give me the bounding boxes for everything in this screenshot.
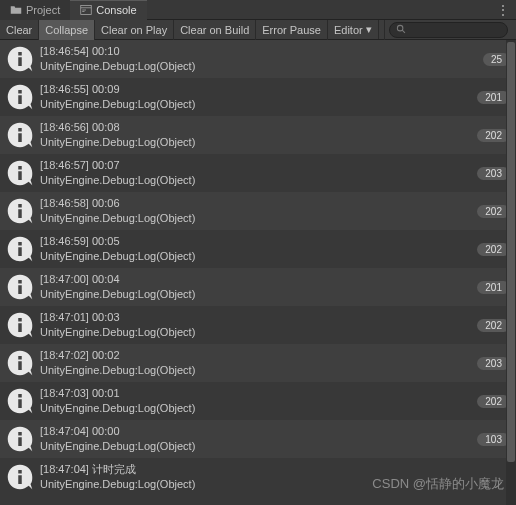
log-line1: [18:47:03] 00:01 [40, 386, 477, 401]
log-text: [18:46:54] 00:10 UnityEngine.Debug:Log(O… [40, 44, 483, 74]
scrollbar-thumb[interactable] [507, 42, 515, 462]
log-text: [18:46:55] 00:09 UnityEngine.Debug:Log(O… [40, 82, 477, 112]
info-icon [6, 45, 34, 73]
svg-rect-28 [18, 470, 22, 474]
log-line1: [18:47:01] 00:03 [40, 310, 477, 325]
info-icon [6, 159, 34, 187]
toolbar: Clear Collapse Clear on Play Clear on Bu… [0, 20, 516, 40]
log-text: [18:47:04] 00:00 UnityEngine.Debug:Log(O… [40, 424, 477, 454]
console-icon [80, 4, 92, 16]
log-line2: UnityEngine.Debug:Log(Object) [40, 97, 477, 112]
editor-dropdown-label: Editor [334, 24, 363, 36]
svg-rect-15 [18, 209, 22, 218]
svg-rect-25 [18, 399, 22, 408]
log-entry[interactable]: [18:47:01] 00:03 UnityEngine.Debug:Log(O… [0, 306, 516, 344]
search-icon [396, 24, 407, 35]
clear-button[interactable]: Clear [0, 20, 39, 40]
log-entry[interactable]: [18:46:58] 00:06 UnityEngine.Debug:Log(O… [0, 192, 516, 230]
chevron-down-icon: ▾ [366, 23, 372, 36]
log-text: [18:46:56] 00:08 UnityEngine.Debug:Log(O… [40, 120, 477, 150]
info-icon [6, 425, 34, 453]
svg-rect-6 [18, 52, 22, 56]
log-text: [18:46:57] 00:07 UnityEngine.Debug:Log(O… [40, 158, 477, 188]
log-entry[interactable]: [18:47:02] 00:02 UnityEngine.Debug:Log(O… [0, 344, 516, 382]
svg-line-5 [402, 30, 405, 33]
log-entry[interactable]: [18:47:04] 00:00 UnityEngine.Debug:Log(O… [0, 420, 516, 458]
svg-rect-18 [18, 280, 22, 284]
info-icon [6, 121, 34, 149]
log-text: [18:47:04] 计时完成 UnityEngine.Debug:Log(Ob… [40, 462, 510, 492]
info-icon [6, 83, 34, 111]
log-line2: UnityEngine.Debug:Log(Object) [40, 325, 477, 340]
log-entry[interactable]: [18:47:00] 00:04 UnityEngine.Debug:Log(O… [0, 268, 516, 306]
svg-rect-17 [18, 247, 22, 256]
log-line1: [18:47:02] 00:02 [40, 348, 477, 363]
editor-dropdown[interactable]: Editor ▾ [328, 20, 379, 39]
log-line1: [18:47:00] 00:04 [40, 272, 477, 287]
log-line1: [18:47:04] 00:00 [40, 424, 477, 439]
svg-rect-19 [18, 285, 22, 294]
svg-rect-14 [18, 204, 22, 208]
log-list: [18:46:54] 00:10 UnityEngine.Debug:Log(O… [0, 40, 516, 505]
svg-rect-16 [18, 242, 22, 246]
svg-rect-29 [18, 475, 22, 484]
log-entry[interactable]: [18:46:55] 00:09 UnityEngine.Debug:Log(O… [0, 78, 516, 116]
log-entry[interactable]: [18:47:03] 00:01 UnityEngine.Debug:Log(O… [0, 382, 516, 420]
scrollbar[interactable] [506, 40, 516, 505]
svg-rect-20 [18, 318, 22, 322]
collapse-button[interactable]: Collapse [39, 20, 95, 40]
log-text: [18:47:01] 00:03 UnityEngine.Debug:Log(O… [40, 310, 477, 340]
tab-project[interactable]: Project [0, 0, 70, 20]
svg-rect-26 [18, 432, 22, 436]
log-line2: UnityEngine.Debug:Log(Object) [40, 59, 483, 74]
info-icon [6, 349, 34, 377]
log-line2: UnityEngine.Debug:Log(Object) [40, 363, 477, 378]
log-entry[interactable]: [18:47:04] 计时完成 UnityEngine.Debug:Log(Ob… [0, 458, 516, 496]
log-line1: [18:46:58] 00:06 [40, 196, 477, 211]
log-line2: UnityEngine.Debug:Log(Object) [40, 135, 477, 150]
log-line1: [18:46:59] 00:05 [40, 234, 477, 249]
log-line2: UnityEngine.Debug:Log(Object) [40, 287, 477, 302]
log-entry[interactable]: [18:46:56] 00:08 UnityEngine.Debug:Log(O… [0, 116, 516, 154]
svg-rect-27 [18, 437, 22, 446]
svg-rect-13 [18, 171, 22, 180]
log-entry[interactable]: [18:46:57] 00:07 UnityEngine.Debug:Log(O… [0, 154, 516, 192]
search-input[interactable] [389, 22, 508, 38]
info-icon [6, 311, 34, 339]
info-icon [6, 273, 34, 301]
svg-rect-11 [18, 133, 22, 142]
menu-icon[interactable]: ⋮ [496, 2, 510, 18]
log-line1: [18:47:04] 计时完成 [40, 462, 510, 477]
info-icon [6, 235, 34, 263]
svg-rect-8 [18, 90, 22, 94]
log-text: [18:47:02] 00:02 UnityEngine.Debug:Log(O… [40, 348, 477, 378]
clear-on-build-button[interactable]: Clear on Build [174, 20, 256, 40]
log-text: [18:47:03] 00:01 UnityEngine.Debug:Log(O… [40, 386, 477, 416]
svg-rect-21 [18, 323, 22, 332]
svg-rect-9 [18, 95, 22, 104]
svg-rect-12 [18, 166, 22, 170]
tab-project-label: Project [26, 4, 60, 16]
svg-point-4 [397, 25, 403, 31]
error-pause-button[interactable]: Error Pause [256, 20, 328, 40]
info-icon [6, 387, 34, 415]
tab-console[interactable]: Console [70, 0, 146, 20]
log-line2: UnityEngine.Debug:Log(Object) [40, 211, 477, 226]
log-line1: [18:46:56] 00:08 [40, 120, 477, 135]
tab-console-label: Console [96, 4, 136, 16]
log-line2: UnityEngine.Debug:Log(Object) [40, 249, 477, 264]
log-entry[interactable]: [18:46:54] 00:10 UnityEngine.Debug:Log(O… [0, 40, 516, 78]
log-line2: UnityEngine.Debug:Log(Object) [40, 477, 510, 492]
log-line2: UnityEngine.Debug:Log(Object) [40, 439, 477, 454]
log-entry[interactable]: [18:46:59] 00:05 UnityEngine.Debug:Log(O… [0, 230, 516, 268]
log-line1: [18:46:55] 00:09 [40, 82, 477, 97]
log-line1: [18:46:54] 00:10 [40, 44, 483, 59]
log-text: [18:46:58] 00:06 UnityEngine.Debug:Log(O… [40, 196, 477, 226]
log-line1: [18:46:57] 00:07 [40, 158, 477, 173]
svg-rect-24 [18, 394, 22, 398]
svg-rect-7 [18, 57, 22, 66]
log-line2: UnityEngine.Debug:Log(Object) [40, 173, 477, 188]
svg-rect-23 [18, 361, 22, 370]
svg-rect-22 [18, 356, 22, 360]
clear-on-play-button[interactable]: Clear on Play [95, 20, 174, 40]
